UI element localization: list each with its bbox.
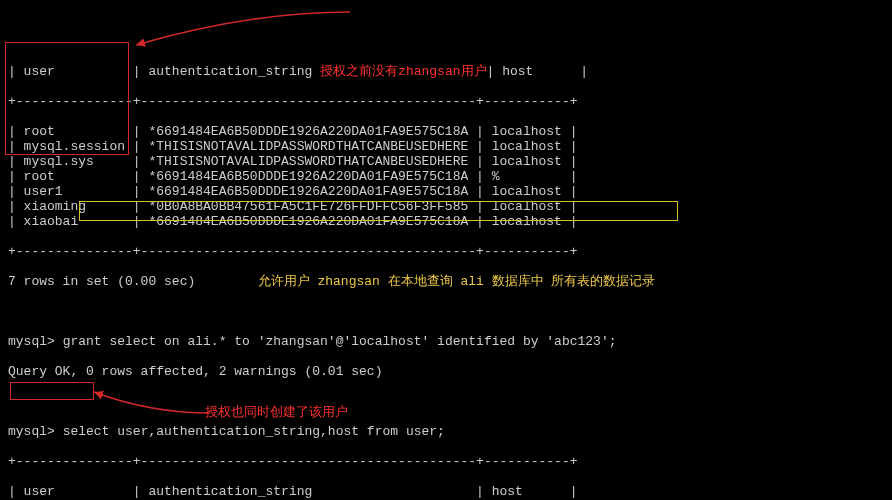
annotation-allow: 允许用户 zhangsan 在本地查询 ali 数据库中 所有表的数据记录: [258, 274, 656, 289]
table2-header: | user | authentication_string | host |: [8, 484, 884, 499]
arrow-annotation-before: [130, 10, 360, 50]
table1-sep-bottom: +---------------+-----------------------…: [8, 244, 884, 259]
table2-sep-top: +---------------+-----------------------…: [8, 454, 884, 469]
grant-result: Query OK, 0 rows affected, 2 warnings (0…: [8, 364, 884, 379]
table1-sep: +---------------+-----------------------…: [8, 94, 884, 109]
grant-line[interactable]: mysql> grant select on ali.* to 'zhangsa…: [8, 334, 884, 349]
table-row: | mysql.session | *THISISNOTAVALIDPASSWO…: [8, 139, 884, 154]
table-row: | user1 | *6691484EA6B50DDDE1926A220DA01…: [8, 184, 884, 199]
table-row: | xiaoming | *0B0A8BA0BB47561FA5C1FE726F…: [8, 199, 884, 214]
annotation-before: 授权之前没有zhangsan用户: [320, 64, 486, 79]
table1-header: | user | authentication_string 授权之前没有zha…: [8, 64, 884, 79]
table-row: | xiaobai | *6691484EA6B50DDDE1926A220DA…: [8, 214, 884, 229]
annotation-created: 授权也同时创建了该用户: [205, 405, 348, 420]
select-line[interactable]: mysql> select user,authentication_string…: [8, 424, 884, 439]
rows1-count: 7 rows in set (0.00 sec) 允许用户 zhangsan 在…: [8, 274, 884, 289]
table-row: | root | *6691484EA6B50DDDE1926A220DA01F…: [8, 169, 884, 184]
table-row: | root | *6691484EA6B50DDDE1926A220DA01F…: [8, 124, 884, 139]
grant-command: grant select on ali.* to 'zhangsan'@'loc…: [63, 334, 617, 349]
table-row: | mysql.sys | *THISISNOTAVALIDPASSWORDTH…: [8, 154, 884, 169]
select-command: select user,authentication_string,host f…: [63, 424, 445, 439]
